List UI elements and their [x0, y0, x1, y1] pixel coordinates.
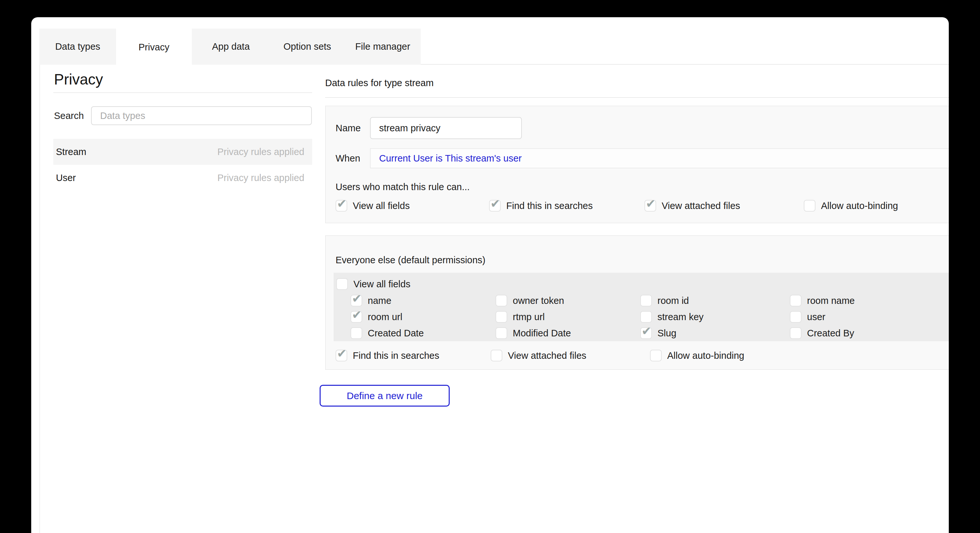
checkbox-field-name[interactable]: ✔ name: [350, 294, 391, 307]
checkbox-label: room name: [807, 295, 855, 306]
checkbox-field-owner-token[interactable]: ✔ owner token: [496, 294, 564, 307]
checkbox-field-room-id[interactable]: ✔ room id: [640, 294, 689, 307]
checkbox-label: View all fields: [353, 279, 410, 290]
checkbox-label: Find this in searches: [353, 351, 439, 361]
tab-privacy[interactable]: Privacy: [116, 29, 192, 66]
fields-box: ✔ View all fields ✔ name ✔ owner token ✔…: [334, 273, 949, 341]
checkbox-label: View attached files: [508, 351, 586, 361]
checkbox-label: room url: [368, 312, 402, 322]
checkbox-find-in-searches[interactable]: ✔ Find this in searches: [489, 199, 593, 212]
list-item-stream[interactable]: Stream Privacy rules applied: [53, 139, 312, 165]
default-permissions-title: Everyone else (default permissions): [336, 254, 485, 266]
checkbox-box[interactable]: ✔: [640, 295, 652, 306]
checkbox-field-rtmp-url[interactable]: ✔ rtmp url: [496, 310, 545, 324]
checkbox-box[interactable]: ✔: [491, 350, 502, 362]
checkbox-label: Created By: [807, 328, 854, 339]
tab-bar: Data types Privacy App data Option sets …: [39, 29, 421, 65]
permissions-intro: Users who match this rule can...: [336, 182, 470, 192]
rule-panel: Name When Current User is This stream's …: [325, 106, 949, 223]
checkbox-field-created-date[interactable]: ✔ Created Date: [350, 327, 424, 339]
check-icon: ✔: [337, 198, 347, 209]
default-permissions-panel: Everyone else (default permissions) ✔ Vi…: [325, 235, 949, 370]
checkbox-label: stream key: [657, 312, 704, 322]
checkbox-field-user[interactable]: ✔ user: [790, 310, 825, 324]
tab-file-manager[interactable]: File manager: [345, 29, 421, 65]
checkbox-label: View all fields: [353, 200, 410, 211]
define-new-rule-button[interactable]: Define a new rule: [320, 385, 450, 406]
check-icon: ✔: [490, 198, 500, 209]
checkbox-field-room-name[interactable]: ✔ room name: [790, 294, 855, 307]
checkbox-box[interactable]: ✔: [489, 200, 501, 212]
checkbox-box[interactable]: ✔: [496, 311, 507, 323]
checkbox-box[interactable]: ✔: [804, 200, 816, 212]
checkbox-box[interactable]: ✔: [350, 311, 362, 323]
checkbox-allow-auto-binding[interactable]: ✔ Allow auto-binding: [650, 349, 744, 362]
rules-title-divider: [325, 97, 949, 98]
checkbox-field-stream-key[interactable]: ✔ stream key: [640, 310, 704, 324]
privacy-status: Privacy rules applied: [217, 173, 304, 183]
checkbox-box[interactable]: ✔: [640, 311, 652, 323]
tab-data-types[interactable]: Data types: [39, 29, 116, 65]
checkbox-label: Modified Date: [513, 328, 571, 339]
check-icon: ✔: [352, 309, 361, 321]
checkbox-box[interactable]: ✔: [350, 327, 362, 339]
checkbox-view-attached-files[interactable]: ✔ View attached files: [491, 349, 586, 362]
check-icon: ✔: [337, 348, 347, 359]
rule-name-input[interactable]: [370, 117, 522, 139]
data-type-name: Stream: [56, 147, 86, 157]
sidebar-title-divider: [53, 92, 312, 93]
checkbox-label: View attached files: [662, 200, 740, 211]
list-item-user[interactable]: User Privacy rules applied: [53, 165, 312, 191]
checkbox-label: Allow auto-binding: [821, 200, 898, 211]
checkbox-label: Find this in searches: [506, 200, 593, 211]
checkbox-field-slug[interactable]: ✔ Slug: [640, 327, 676, 339]
checkbox-box[interactable]: ✔: [650, 350, 662, 362]
checkbox-label: Created Date: [368, 328, 424, 339]
checkbox-label: name: [368, 295, 391, 306]
checkbox-field-created-by[interactable]: ✔ Created By: [790, 327, 854, 339]
when-label: When: [336, 148, 360, 168]
data-type-name: User: [56, 173, 76, 183]
app-window: Data types Privacy App data Option sets …: [31, 17, 949, 533]
privacy-status: Privacy rules applied: [217, 147, 304, 157]
checkbox-box[interactable]: ✔: [790, 327, 802, 339]
checkbox-label: user: [807, 312, 825, 322]
page-title: Privacy: [54, 70, 103, 89]
data-type-list: Stream Privacy rules applied User Privac…: [53, 139, 312, 191]
tab-app-data[interactable]: App data: [192, 29, 270, 65]
checkbox-box[interactable]: ✔: [350, 295, 362, 306]
tab-option-sets[interactable]: Option sets: [270, 29, 345, 65]
search-label: Search: [54, 106, 84, 125]
checkbox-box[interactable]: ✔: [336, 278, 348, 290]
checkbox-field-room-url[interactable]: ✔ room url: [350, 310, 402, 324]
checkbox-box[interactable]: ✔: [336, 200, 347, 212]
checkbox-label: rtmp url: [513, 312, 545, 322]
checkbox-box[interactable]: ✔: [640, 327, 652, 339]
checkbox-box[interactable]: ✔: [644, 200, 656, 212]
checkbox-box[interactable]: ✔: [336, 350, 347, 362]
checkbox-view-all-fields[interactable]: ✔ View all fields: [336, 199, 410, 212]
checkbox-label: owner token: [513, 295, 564, 306]
checkbox-label: Allow auto-binding: [667, 351, 744, 361]
check-icon: ✔: [641, 325, 651, 337]
when-condition-box: Current User is This stream's user: [370, 148, 949, 168]
checkbox-view-all-fields[interactable]: ✔ View all fields: [336, 278, 410, 290]
checkbox-label: Slug: [657, 328, 676, 339]
name-label: Name: [336, 117, 361, 139]
when-condition-link[interactable]: Current User is This stream's user: [379, 153, 522, 164]
checkbox-box[interactable]: ✔: [790, 311, 802, 323]
content-left-border: [39, 65, 40, 533]
checkbox-label: room id: [657, 295, 689, 306]
checkbox-box[interactable]: ✔: [790, 295, 802, 306]
checkbox-view-attached-files[interactable]: ✔ View attached files: [644, 199, 740, 212]
rules-title: Data rules for type stream: [325, 77, 434, 89]
check-icon: ✔: [352, 293, 361, 305]
checkbox-box[interactable]: ✔: [496, 327, 507, 339]
check-icon: ✔: [646, 198, 655, 209]
checkbox-find-in-searches[interactable]: ✔ Find this in searches: [336, 349, 439, 362]
checkbox-allow-auto-binding[interactable]: ✔ Allow auto-binding: [804, 199, 898, 212]
checkbox-box[interactable]: ✔: [496, 295, 507, 306]
search-input[interactable]: [91, 106, 312, 125]
checkbox-field-modified-date[interactable]: ✔ Modified Date: [496, 327, 571, 339]
